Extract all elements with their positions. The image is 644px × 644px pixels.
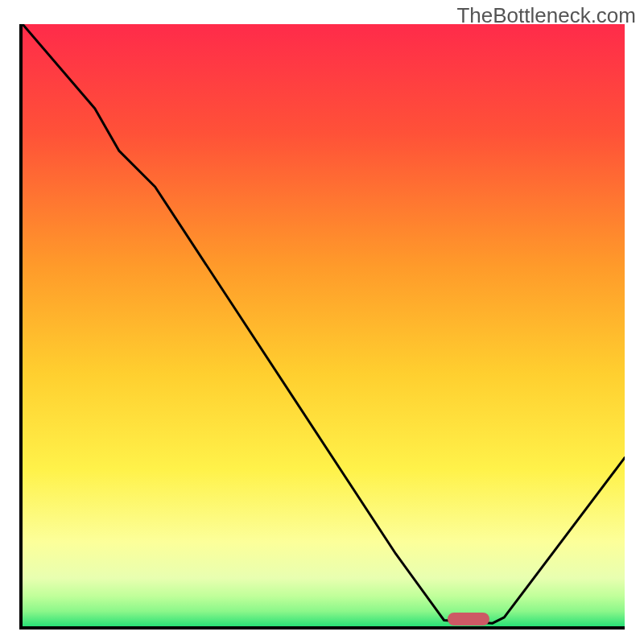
optimal-marker <box>448 613 489 625</box>
watermark-text: TheBottleneck.com <box>456 3 636 28</box>
chart-container: TheBottleneck.com <box>0 0 644 644</box>
plot-frame <box>19 24 625 630</box>
bottleneck-curve <box>23 24 625 626</box>
